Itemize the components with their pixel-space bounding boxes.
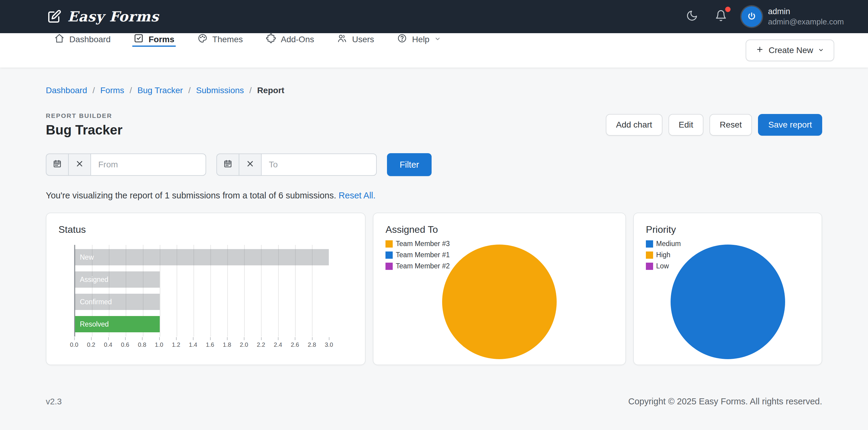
nav-label: Dashboard [69, 35, 111, 44]
notification-dot [725, 7, 731, 12]
x-tick-label: 1.2 [172, 341, 180, 348]
header-actions: Add chart Edit Reset Save report [606, 114, 822, 136]
x-tick-label: 1.4 [189, 341, 197, 348]
bar-resolved: Resolved [75, 316, 160, 332]
priority-pie [671, 245, 785, 359]
nav-label: Forms [149, 35, 175, 44]
breadcrumb-link-submissions[interactable]: Submissions [196, 86, 244, 95]
user-menu[interactable]: admin admin@example.com [741, 6, 844, 27]
assigned-to-legend: Team Member #3Team Member #1Team Member … [385, 240, 450, 270]
page-title: Bug Tracker [46, 122, 122, 138]
nav-label: Help [412, 35, 430, 44]
x-tick-label: 2.8 [308, 341, 316, 348]
filter-row: Filter [46, 153, 822, 176]
summary-line: You're visualizing the report of 1 submi… [46, 191, 822, 201]
legend-item: High [646, 251, 681, 259]
nav-label: Users [352, 35, 374, 44]
status-x-axis: 0.00.20.40.60.81.01.21.41.61.82.02.22.42… [74, 337, 329, 349]
date-to-input[interactable] [261, 153, 377, 176]
nav-item-forms[interactable]: Forms [132, 33, 176, 47]
nav-item-dashboard[interactable]: Dashboard [53, 33, 112, 47]
reset-button[interactable]: Reset [710, 114, 752, 136]
bar-row: New [75, 249, 329, 265]
chart-title-priority: Priority [646, 224, 809, 235]
calendar-icon [53, 159, 62, 170]
clear-to-button[interactable] [239, 153, 261, 176]
x-tick-label: 0.0 [70, 341, 79, 348]
save-report-button[interactable]: Save report [758, 114, 822, 136]
date-from-group [46, 153, 206, 176]
brand-name: Easy Forms [67, 8, 159, 25]
nav-item-help[interactable]: Help [396, 33, 442, 47]
nav-item-addons[interactable]: Add-Ons [265, 33, 315, 47]
x-tick-label: 1.6 [206, 341, 214, 348]
date-to-group [216, 153, 377, 176]
create-new-button[interactable]: Create New [746, 39, 834, 61]
legend-label: Medium [656, 240, 681, 248]
report-header: REPORT BUILDER Bug Tracker Add chart Edi… [46, 112, 822, 138]
calendar-button-from[interactable] [46, 153, 69, 176]
bar-assigned: Assigned [75, 271, 160, 288]
assigned-to-pie [442, 245, 557, 359]
bar-confirmed: Confirmed [75, 294, 160, 310]
x-icon [75, 159, 84, 170]
breadcrumb-link-forms[interactable]: Forms [100, 86, 124, 95]
breadcrumb-link-bug-tracker[interactable]: Bug Tracker [137, 86, 183, 95]
legend-item: Team Member #1 [385, 251, 450, 259]
add-chart-button[interactable]: Add chart [606, 114, 662, 136]
chart-card-priority: Priority MediumHighLow [633, 212, 822, 365]
report-eyebrow: REPORT BUILDER [46, 112, 122, 119]
chart-card-status: Status NewAssignedConfirmedResolved 0.00… [46, 212, 366, 365]
x-tick-label: 0.6 [121, 341, 129, 348]
date-from-input[interactable] [90, 153, 206, 176]
brand[interactable]: Easy Forms [47, 8, 159, 25]
chart-title-status: Status [59, 224, 353, 235]
x-tick-label: 0.2 [87, 341, 95, 348]
user-name: admin [768, 7, 844, 17]
bar-row: Resolved [75, 316, 329, 332]
moon-icon [686, 10, 698, 24]
legend-label: Low [656, 262, 669, 270]
legend-label: Team Member #1 [396, 251, 450, 259]
breadcrumb-separator: / [188, 86, 191, 95]
reset-all-link[interactable]: Reset All. [339, 191, 376, 200]
calendar-icon [223, 159, 232, 170]
report-title-block: REPORT BUILDER Bug Tracker [46, 112, 122, 138]
x-tick-label: 2.4 [274, 341, 282, 348]
bar-label: Resolved [75, 320, 109, 328]
bar-row: Assigned [75, 271, 329, 288]
nav-label: Add-Ons [281, 35, 314, 44]
nav-item-themes[interactable]: Themes [196, 33, 244, 47]
priority-legend: MediumHighLow [646, 240, 681, 270]
filter-button[interactable]: Filter [387, 153, 432, 176]
legend-swatch [646, 263, 653, 270]
nav-right: Create New [746, 33, 834, 67]
legend-label: Team Member #2 [396, 262, 450, 270]
nav-item-users[interactable]: Users [336, 33, 375, 47]
status-bar-chart: NewAssignedConfirmedResolved 0.00.20.40.… [59, 245, 353, 349]
home-icon [54, 33, 64, 46]
legend-swatch [385, 252, 393, 259]
calendar-button-to[interactable] [216, 153, 239, 176]
legend-item: Medium [646, 240, 681, 248]
x-tick-label: 1.0 [155, 341, 163, 348]
legend-swatch [646, 252, 653, 259]
content: Dashboard / Forms / Bug Tracker / Submis… [0, 67, 868, 365]
summary-text: You're visualizing the report of 1 submi… [46, 191, 336, 200]
breadcrumb-separator: / [93, 86, 95, 95]
puzzle-icon [266, 33, 276, 46]
notifications-button[interactable] [712, 7, 730, 26]
legend-label: Team Member #3 [396, 240, 450, 248]
edit-button[interactable]: Edit [669, 114, 704, 136]
dark-mode-toggle[interactable] [684, 7, 701, 26]
legend-swatch [385, 263, 393, 270]
bell-icon [715, 10, 727, 24]
chart-title-assigned-to: Assigned To [385, 224, 613, 235]
breadcrumb: Dashboard / Forms / Bug Tracker / Submis… [46, 86, 822, 95]
bar-label: Confirmed [75, 298, 112, 306]
main-nav: Dashboard Forms Themes Add-Ons Users Hel… [0, 33, 868, 67]
breadcrumb-link-dashboard[interactable]: Dashboard [46, 86, 87, 95]
clear-from-button[interactable] [68, 153, 91, 176]
x-tick-label: 0.4 [104, 341, 113, 348]
plus-icon [756, 46, 764, 56]
